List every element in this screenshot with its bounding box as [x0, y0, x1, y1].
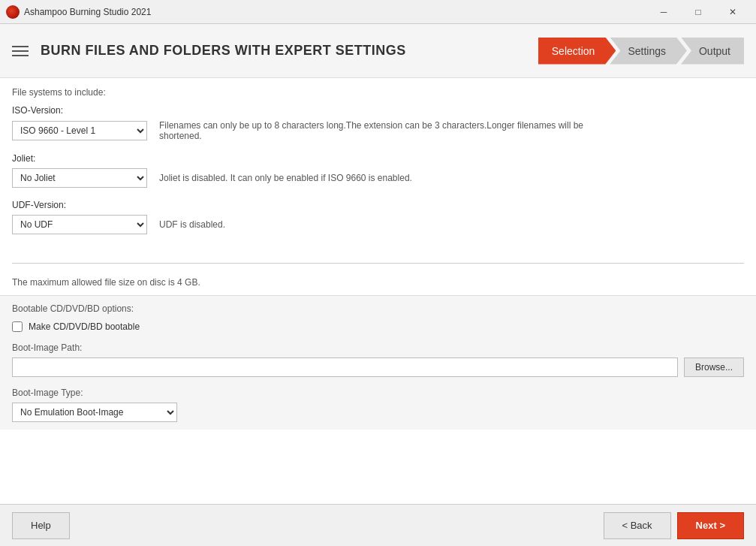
breadcrumb-output[interactable]: Output — [681, 38, 744, 65]
joliet-label: Joliet: — [12, 153, 744, 164]
boot-image-type-label: Boot-Image Type: — [12, 388, 744, 398]
window-title: Ashampoo Burning Studio 2021 — [24, 7, 646, 17]
iso-version-desc: Filenames can only be up to 8 characters… — [159, 120, 610, 141]
joliet-select[interactable]: No Joliet Joliet — [12, 168, 147, 188]
udf-row: No UDF UDF 1.02 UDF 1.50 UDF 2.00 UDF 2.… — [12, 215, 744, 234]
file-systems-label: File systems to include: — [12, 87, 744, 98]
make-bootable-label: Make CD/DVD/BD bootable — [29, 321, 140, 332]
menu-icon[interactable] — [12, 46, 29, 56]
window-controls: ─ □ ✕ — [646, 0, 750, 24]
iso-version-group: ISO-Version: ISO 9660 - Level 1 ISO 9660… — [12, 105, 744, 141]
breadcrumb: Selection Settings Output — [538, 24, 744, 77]
minimize-button[interactable]: ─ — [646, 0, 681, 24]
breadcrumb-settings[interactable]: Settings — [610, 38, 687, 65]
udf-select[interactable]: No UDF UDF 1.02 UDF 1.50 UDF 2.00 UDF 2.… — [12, 215, 147, 234]
back-button[interactable]: < Back — [604, 512, 671, 539]
iso-version-row: ISO 9660 - Level 1 ISO 9660 - Level 2 IS… — [12, 120, 744, 141]
next-button[interactable]: Next > — [677, 512, 744, 539]
divider-1 — [12, 263, 744, 264]
title-bar: Ashampoo Burning Studio 2021 ─ □ ✕ — [0, 0, 756, 24]
iso-version-select[interactable]: ISO 9660 - Level 1 ISO 9660 - Level 2 IS… — [12, 121, 147, 140]
joliet-group: Joliet: No Joliet Joliet Joliet is disab… — [12, 153, 744, 188]
footer-left: Help — [12, 512, 70, 539]
main-content: File systems to include: ISO-Version: IS… — [0, 78, 756, 504]
help-button[interactable]: Help — [12, 512, 70, 539]
maximize-button[interactable]: □ — [681, 0, 715, 24]
joliet-row: No Joliet Joliet Joliet is disabled. It … — [12, 168, 744, 188]
footer: Help < Back Next > — [0, 504, 756, 546]
footer-right: < Back Next > — [604, 512, 745, 539]
udf-desc: UDF is disabled. — [159, 219, 225, 230]
udf-label: UDF-Version: — [12, 200, 744, 210]
max-file-size-text: The maximum allowed file size on disc is… — [0, 271, 756, 295]
bootable-section: Bootable CD/DVD/BD options: Make CD/DVD/… — [0, 295, 756, 430]
close-button[interactable]: ✕ — [715, 0, 750, 24]
joliet-desc: Joliet is disabled. It can only be enabl… — [159, 173, 412, 183]
app-icon — [6, 5, 20, 19]
iso-version-label: ISO-Version: — [12, 105, 744, 116]
udf-group: UDF-Version: No UDF UDF 1.02 UDF 1.50 UD… — [12, 200, 744, 234]
boot-image-type-select[interactable]: No Emulation Boot-Image 1.2 MB Floppy Em… — [12, 403, 177, 422]
boot-image-path-row: Browse... — [12, 357, 744, 377]
make-bootable-checkbox[interactable] — [12, 321, 23, 332]
page-title: BURN FILES AND FOLDERS WITH EXPERT SETTI… — [41, 43, 538, 59]
boot-image-path-input[interactable] — [12, 357, 678, 377]
bootable-label: Bootable CD/DVD/BD options: — [12, 303, 744, 314]
file-systems-section: File systems to include: ISO-Version: IS… — [0, 78, 756, 255]
header: BURN FILES AND FOLDERS WITH EXPERT SETTI… — [0, 24, 756, 78]
breadcrumb-selection[interactable]: Selection — [538, 38, 616, 65]
make-bootable-row: Make CD/DVD/BD bootable — [12, 321, 744, 332]
browse-button[interactable]: Browse... — [684, 357, 744, 377]
boot-image-path-label: Boot-Image Path: — [12, 342, 744, 353]
